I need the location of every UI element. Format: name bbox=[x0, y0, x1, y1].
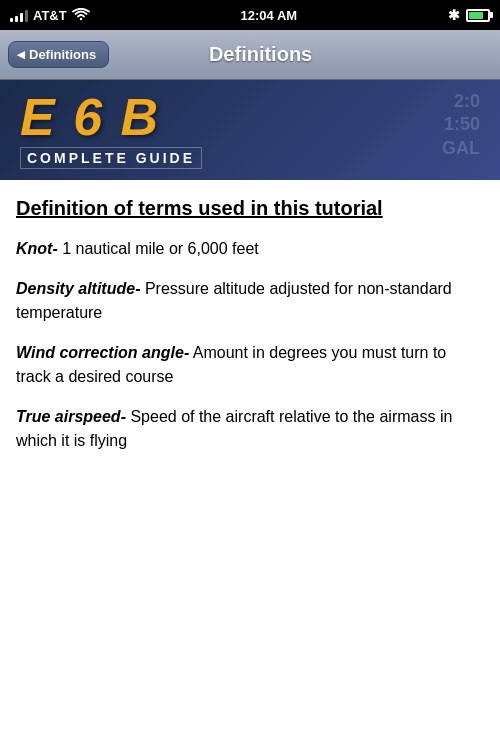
definition-term: Wind correction angle- bbox=[16, 344, 189, 361]
nav-bar: Definitions Definitions bbox=[0, 30, 500, 80]
carrier-label: AT&T bbox=[33, 8, 67, 23]
battery-icon bbox=[466, 9, 490, 22]
wifi-icon bbox=[72, 8, 90, 22]
definition-term: Density altitude- bbox=[16, 280, 140, 297]
definition-item: Knot- 1 nautical mile or 6,000 feet bbox=[16, 237, 484, 261]
bluetooth-icon: ✱ bbox=[448, 7, 460, 23]
banner-overlay: 2:01:50GAL bbox=[442, 90, 480, 160]
content-area: Definition of terms used in this tutoria… bbox=[0, 180, 500, 750]
definition-term: Knot- bbox=[16, 240, 58, 257]
status-left: AT&T bbox=[10, 8, 90, 23]
banner: E 6 B Complete Guide 2:01:50GAL bbox=[0, 80, 500, 180]
banner-subtitle: Complete Guide bbox=[20, 147, 202, 169]
definition-body: 1 nautical mile or 6,000 feet bbox=[58, 240, 259, 257]
definition-item: Wind correction angle- Amount in degrees… bbox=[16, 341, 484, 389]
definition-item: Density altitude- Pressure altitude adju… bbox=[16, 277, 484, 325]
back-button[interactable]: Definitions bbox=[8, 41, 109, 68]
banner-title: E 6 B bbox=[20, 91, 160, 143]
battery-fill bbox=[469, 12, 483, 19]
signal-icon bbox=[10, 8, 28, 22]
status-bar: AT&T 12:04 AM ✱ bbox=[0, 0, 500, 30]
status-right: ✱ bbox=[448, 7, 490, 23]
definition-item: True airspeed- Speed of the aircraft rel… bbox=[16, 405, 484, 453]
definitions-list: Knot- 1 nautical mile or 6,000 feetDensi… bbox=[16, 237, 484, 453]
nav-title: Definitions bbox=[109, 43, 412, 66]
definition-term: True airspeed- bbox=[16, 408, 126, 425]
time-label: 12:04 AM bbox=[241, 8, 298, 23]
page-heading: Definition of terms used in this tutoria… bbox=[16, 195, 484, 221]
